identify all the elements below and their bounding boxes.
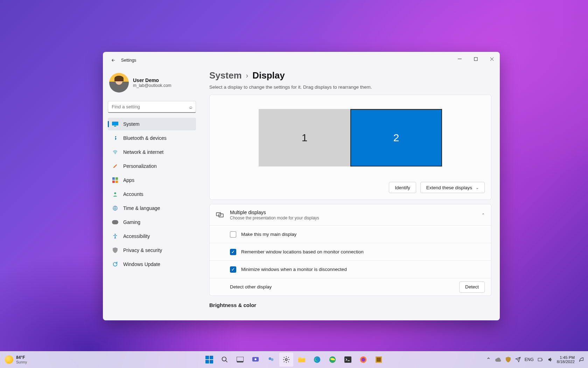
back-button[interactable] (106, 53, 120, 67)
edge-canary-button[interactable] (326, 353, 340, 367)
search-box[interactable]: ⌕ (108, 101, 196, 113)
language-indicator[interactable]: ENG (525, 357, 534, 362)
nav-label: Privacy & security (123, 247, 162, 253)
instruction-text: Select a display to change the settings … (209, 84, 491, 90)
nav-label: Accounts (123, 191, 144, 197)
chevron-up-icon: ⌃ (482, 213, 485, 217)
notifications-icon[interactable] (578, 356, 584, 363)
svg-rect-5 (115, 177, 118, 180)
breadcrumb: System › Display (209, 70, 491, 81)
terminal-button[interactable] (341, 353, 355, 367)
nav-system[interactable]: System (108, 118, 196, 130)
nav-accounts[interactable]: Accounts (108, 188, 196, 200)
detect-label: Detect other display (230, 284, 272, 289)
extend-label: Extend these displays (426, 185, 472, 190)
svg-point-25 (285, 359, 287, 361)
svg-rect-1 (112, 122, 118, 125)
svg-point-18 (222, 357, 226, 361)
nav-privacy[interactable]: Privacy & security (108, 244, 196, 257)
svg-point-22 (254, 358, 257, 360)
tray-chevron-icon[interactable]: ⌃ (485, 356, 492, 363)
extend-displays-dropdown[interactable]: Extend these displays ⌄ (420, 182, 485, 193)
network-tray-icon[interactable] (537, 356, 544, 363)
firefox-button[interactable] (356, 353, 370, 367)
system-tray: ⌃ ENG 1:45 PM 8/18/2022 (485, 355, 584, 364)
breadcrumb-parent[interactable]: System (209, 70, 242, 81)
clock[interactable]: 1:45 PM 8/18/2022 (557, 355, 575, 364)
security-icon[interactable] (505, 356, 511, 363)
nav-bluetooth[interactable]: Bluetooth & devices (108, 132, 196, 144)
monitor-1[interactable]: 1 (259, 109, 350, 166)
teams-button[interactable] (264, 353, 278, 367)
maximize-button[interactable] (468, 52, 484, 66)
start-button[interactable] (202, 353, 216, 367)
svg-rect-26 (298, 359, 305, 362)
bluetooth-icon (112, 135, 118, 141)
nav-label: System (123, 121, 140, 127)
display-icon (112, 121, 118, 127)
search-input[interactable] (112, 104, 189, 109)
svg-rect-17 (210, 360, 213, 363)
app-button[interactable] (372, 353, 386, 367)
detect-row: Detect other display Detect (210, 278, 491, 295)
globe-icon (112, 205, 118, 211)
checkbox-remember[interactable] (230, 249, 236, 255)
minimize-button[interactable] (451, 52, 468, 66)
checkbox-minimize[interactable] (230, 266, 236, 273)
avatar (109, 73, 129, 93)
nav-label: Apps (123, 177, 134, 183)
option-remember-locations[interactable]: Remember window locations based on monit… (210, 243, 491, 260)
option-minimize-disconnect[interactable]: Minimize windows when a monitor is disco… (210, 260, 491, 278)
edge-button[interactable] (310, 353, 324, 367)
monitor-2[interactable]: 2 (350, 109, 442, 166)
onedrive-icon[interactable] (495, 356, 502, 363)
option-label: Minimize windows when a monitor is disco… (241, 267, 347, 272)
volume-icon[interactable] (547, 356, 553, 363)
option-label: Remember window locations based on monit… (241, 249, 364, 254)
monitors-icon (216, 212, 224, 218)
card-subtitle: Choose the presentation mode for your di… (230, 216, 475, 220)
svg-rect-0 (474, 57, 477, 61)
svg-rect-2 (114, 126, 116, 127)
identify-button[interactable]: Identify (389, 182, 416, 193)
location-icon[interactable] (515, 356, 521, 363)
multiple-displays-header[interactable]: Multiple displays Choose the presentatio… (210, 204, 491, 225)
nav-update[interactable]: Windows Update (108, 258, 196, 271)
checkbox-main[interactable] (230, 231, 236, 238)
weather-widget[interactable]: 84°F Sunny (5, 355, 27, 364)
svg-rect-34 (538, 358, 542, 361)
settings-taskbar-button[interactable] (279, 353, 293, 367)
nav-personalization[interactable]: Personalization (108, 160, 196, 172)
detect-button[interactable]: Detect (459, 281, 485, 293)
weather-cond: Sunny (16, 360, 27, 364)
profile-block[interactable]: User Demo m_lab@outlook.com (108, 71, 196, 99)
svg-rect-4 (112, 177, 115, 180)
task-view-button[interactable] (233, 353, 247, 367)
svg-rect-6 (112, 180, 115, 183)
svg-rect-19 (237, 357, 244, 361)
svg-rect-12 (216, 213, 221, 216)
nav-apps[interactable]: Apps (108, 174, 196, 186)
person-icon (112, 191, 118, 197)
update-icon (112, 261, 118, 267)
window-title: Settings (121, 58, 136, 63)
date: 8/18/2022 (557, 360, 575, 364)
profile-email: m_lab@outlook.com (133, 83, 172, 88)
nav-time-language[interactable]: Time & language (108, 202, 196, 214)
nav-accessibility[interactable]: Accessibility (108, 230, 196, 243)
svg-point-11 (114, 234, 115, 235)
nav-network[interactable]: Network & internet (108, 146, 196, 158)
search-button[interactable] (218, 353, 232, 367)
sidebar: User Demo m_lab@outlook.com ⌕ System Blu… (103, 52, 201, 320)
close-button[interactable] (484, 52, 500, 66)
chat-button[interactable] (248, 353, 262, 367)
nav-gaming[interactable]: Gaming (108, 216, 196, 229)
explorer-button[interactable] (295, 353, 309, 367)
weather-temp: 84°F (16, 355, 27, 360)
chevron-right-icon: › (246, 71, 248, 80)
option-main-display[interactable]: Make this my main display (210, 225, 491, 243)
option-label: Make this my main display (241, 232, 296, 237)
nav-label: Accessibility (123, 233, 150, 239)
svg-point-3 (115, 154, 115, 154)
section-brightness-heading: Brightness & color (209, 302, 491, 308)
